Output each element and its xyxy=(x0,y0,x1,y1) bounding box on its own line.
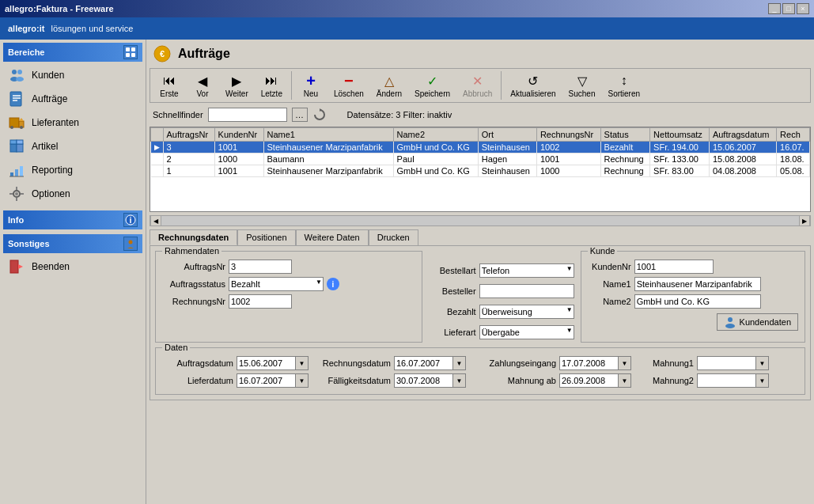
sidebar-item-artikel[interactable]: Artikel xyxy=(3,135,142,158)
faelligkeitsdatum-input[interactable] xyxy=(394,373,453,388)
tab-drucken[interactable]: Drucken xyxy=(369,229,418,245)
sidebar-section-sonstiges: Sonstiges xyxy=(3,234,142,253)
auftragsstatus-select[interactable]: Bezahlt Rechnung Offen xyxy=(229,277,324,291)
scroll-left-button[interactable]: ◀ xyxy=(150,215,161,226)
sidebar-item-beenden[interactable]: Beenden xyxy=(3,255,142,279)
close-button[interactable]: × xyxy=(797,3,809,14)
right-fields: Bestellart Telefon Email Besteller xyxy=(429,251,574,343)
scroll-right-button[interactable]: ▶ xyxy=(799,215,810,226)
rechnungsdatum-arrow[interactable]: ▼ xyxy=(453,356,466,370)
cell-name2: GmbH und Co. KG xyxy=(393,165,478,177)
search-bar: Schnellfinder … Datensätze: 3 Filter: in… xyxy=(150,106,811,123)
auftragnr-input[interactable] xyxy=(229,260,292,274)
sortieren-button[interactable]: ↕ Sortieren xyxy=(603,70,646,100)
scroll-track[interactable] xyxy=(161,216,799,225)
aendern-icon: △ xyxy=(384,73,394,89)
col-name1[interactable]: Name1 xyxy=(263,128,393,142)
mahnung1-input[interactable] xyxy=(697,356,756,370)
col-name2[interactable]: Name2 xyxy=(393,128,478,142)
tab-positionen[interactable]: Positionen xyxy=(237,229,295,245)
mahnung1-arrow[interactable]: ▼ xyxy=(756,356,769,370)
aktualisieren-icon: ↺ xyxy=(528,73,538,89)
col-ort[interactable]: Ort xyxy=(478,128,536,142)
svg-marker-14 xyxy=(19,118,24,121)
name2-label: Name2 xyxy=(588,297,631,306)
name2-input[interactable] xyxy=(634,294,761,309)
suchen-label: Suchen xyxy=(569,89,596,98)
rechnungsnr-input[interactable] xyxy=(229,294,292,309)
svg-rect-3 xyxy=(131,53,135,57)
auftragsdatum-input[interactable] xyxy=(237,356,296,370)
besteller-row: Besteller xyxy=(429,284,574,298)
svg-text:€: € xyxy=(160,49,165,59)
cell-rech: 16.07. xyxy=(777,142,810,153)
mahnung2-arrow[interactable]: ▼ xyxy=(756,373,769,388)
sidebar-item-auftraege[interactable]: Aufträge xyxy=(3,87,142,111)
minimize-button[interactable]: _ xyxy=(768,3,781,14)
table-row[interactable]: ▶ 3 1001 Steinhausener Marzipanfabrik Gm… xyxy=(151,142,810,153)
table-row[interactable]: 1 1001 Steinhausener Marzipanfabrik GmbH… xyxy=(151,165,810,177)
tab-weitere-daten[interactable]: Weitere Daten xyxy=(296,229,369,245)
loeschen-button[interactable]: − Löschen xyxy=(328,70,369,100)
data-table-container[interactable]: AuftragsNr KundenNr Name1 Name2 Ort Rech… xyxy=(150,127,811,212)
kundennr-input[interactable] xyxy=(634,260,714,274)
sidebar-item-kunden[interactable]: Kunden xyxy=(3,63,142,87)
neu-button[interactable]: + Neu xyxy=(295,70,327,100)
vor-button[interactable]: ◀ Vor xyxy=(187,70,218,100)
search-input[interactable] xyxy=(208,108,287,122)
letzte-button[interactable]: ⏭ Letzte xyxy=(256,70,288,100)
window-controls[interactable]: _ □ × xyxy=(768,3,809,14)
mahnung2-input[interactable] xyxy=(697,373,756,388)
col-auftragnr[interactable]: AuftragsNr xyxy=(163,128,214,142)
tab-rechnungsdaten[interactable]: Rechnungsdaten xyxy=(150,229,237,245)
col-kundennr[interactable]: KundenNr xyxy=(214,128,263,142)
lieferdatum-input[interactable] xyxy=(237,373,296,388)
letzte-label: Letzte xyxy=(261,89,282,98)
maximize-button[interactable]: □ xyxy=(782,3,795,14)
bestellart-select[interactable]: Telefon Email xyxy=(479,263,574,278)
abbruch-icon: ✕ xyxy=(472,73,483,89)
weiter-button[interactable]: ▶ Weiter xyxy=(220,70,254,100)
name2-row: Name2 xyxy=(588,294,798,309)
erste-button[interactable]: ⏮ Erste xyxy=(153,70,185,100)
suchen-button[interactable]: ▽ Suchen xyxy=(563,70,601,100)
aendern-button[interactable]: △ Ändern xyxy=(371,70,407,100)
kundendaten-button[interactable]: Kundendaten xyxy=(717,313,798,331)
col-auftragsdatum[interactable]: Auftragsdatum xyxy=(709,128,776,142)
lieferart-wrapper: Übergabe Post xyxy=(479,325,574,339)
col-nettoumsatz[interactable]: Nettoumsatz xyxy=(650,128,710,142)
name1-input[interactable] xyxy=(634,277,761,291)
kunden-label: Kunden xyxy=(32,70,64,81)
auftragsstatus-row: Auftragsstatus Bezahlt Rechnung Offen i xyxy=(162,277,415,291)
mahnung1-wrapper: ▼ xyxy=(697,356,769,370)
abbruch-button[interactable]: ✕ Abbruch xyxy=(457,70,498,100)
horizontal-scrollbar[interactable]: ◀ ▶ xyxy=(150,215,811,226)
kundendaten-btn-row: Kundendaten xyxy=(588,312,798,331)
main-layout: Bereiche Kunden xyxy=(0,40,814,504)
zahlungseingang-arrow[interactable]: ▼ xyxy=(619,356,631,370)
lieferart-select[interactable]: Übergabe Post xyxy=(479,325,574,339)
besteller-input[interactable] xyxy=(479,284,574,298)
search-button[interactable]: … xyxy=(292,108,308,122)
col-status[interactable]: Status xyxy=(600,128,650,142)
col-rech[interactable]: Rech xyxy=(777,128,810,142)
mahnung-ab-arrow[interactable]: ▼ xyxy=(619,373,631,388)
window-title: allegro:Faktura - Freeware xyxy=(5,4,114,13)
zahlungseingang-input[interactable] xyxy=(559,356,619,370)
mahnung-ab-label: Mahnung ab xyxy=(477,376,556,385)
rechnungsdatum-input[interactable] xyxy=(394,356,453,370)
mahnung-ab-input[interactable] xyxy=(559,373,619,388)
faelligkeitsdatum-arrow[interactable]: ▼ xyxy=(453,373,466,388)
speichern-button[interactable]: ✓ Speichern xyxy=(409,70,456,100)
aktualisieren-button[interactable]: ↺ Aktualisieren xyxy=(505,70,561,100)
svg-point-15 xyxy=(10,126,13,129)
lieferdatum-arrow[interactable]: ▼ xyxy=(296,373,309,388)
sidebar-item-reporting[interactable]: Reporting xyxy=(3,158,142,182)
bezahlt-select[interactable]: Überweisung Bar xyxy=(479,305,574,319)
sidebar-item-optionen[interactable]: Optionen xyxy=(3,182,142,206)
col-rechnungsnr[interactable]: RechnungsNr xyxy=(536,128,600,142)
cell-kundennr: 1000 xyxy=(214,153,263,165)
table-row[interactable]: 2 1000 Baumann Paul Hagen 1001 Rechnung … xyxy=(151,153,810,165)
auftragsdatum-arrow[interactable]: ▼ xyxy=(296,356,309,370)
sidebar-item-lieferanten[interactable]: Lieferanten xyxy=(3,111,142,135)
